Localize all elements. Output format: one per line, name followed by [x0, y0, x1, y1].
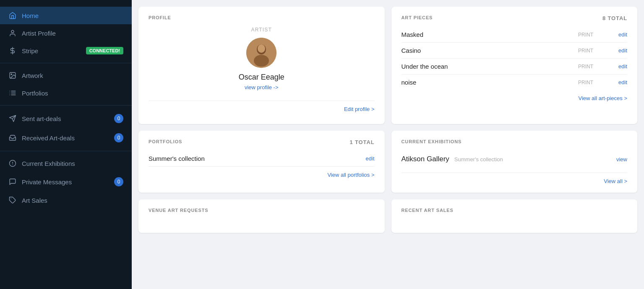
portfolio-edit[interactable]: edit — [366, 155, 375, 162]
art-piece-type: PRINT — [578, 64, 593, 70]
image-icon — [8, 72, 17, 79]
sidebar-item-private-messages[interactable]: Private Messages 0 — [0, 172, 132, 191]
art-piece-row: Masked PRINT edit — [402, 27, 628, 43]
received-deals-badge: 0 — [114, 133, 123, 142]
portfolio-row: Summer's collection edit — [149, 151, 375, 166]
art-piece-row: Under the ocean PRINT edit — [402, 59, 628, 75]
dollar-icon — [8, 47, 17, 54]
list-icon — [8, 89, 17, 97]
sidebar-item-artist-profile[interactable]: Artist Profile — [0, 24, 132, 42]
sidebar-item-label: Portfolios — [22, 90, 48, 97]
sidebar-item-received-art-deals[interactable]: Received Art-deals 0 — [0, 128, 132, 147]
art-piece-row: noise PRINT edit — [402, 75, 628, 90]
view-all-art-pieces-link[interactable]: View all art-pieces > — [402, 95, 628, 101]
exhibition-row: Atikson Gallery Summer's collection view — [402, 151, 628, 168]
profile-name: Oscar Eeagle — [239, 73, 284, 82]
exhibition-view[interactable]: view — [616, 156, 627, 163]
view-profile-link[interactable]: view profile -> — [245, 84, 279, 90]
sidebar-item-label: Artwork — [22, 72, 43, 79]
sidebar-item-portfolios[interactable]: Portfolios — [0, 84, 132, 102]
portfolios-section-title: PORTFOLIOS 1 total — [149, 139, 375, 144]
profile-card: PROFILE ARTIST Oscar Eeagle view profile… — [138, 7, 385, 124]
recent-sales-title: RECENT ART SALES — [402, 208, 628, 213]
view-all-exhibitions-link[interactable]: View all > — [402, 178, 628, 184]
venue-requests-card: VENUE ART REQUESTS — [138, 199, 385, 233]
art-piece-name: Casino — [402, 47, 579, 54]
art-piece-edit[interactable]: edit — [618, 31, 627, 38]
profile-info: ARTIST Oscar Eeagle view profile -> Edit… — [149, 27, 375, 116]
art-piece-edit[interactable]: edit — [618, 47, 627, 54]
art-piece-name: noise — [402, 79, 579, 86]
avatar — [246, 38, 276, 68]
sidebar-item-stripe[interactable]: Stripe CONNECTED! — [0, 42, 132, 59]
circle-icon — [8, 160, 17, 167]
art-piece-type: PRINT — [578, 48, 593, 54]
connected-badge: CONNECTED! — [86, 47, 123, 54]
view-all-portfolios-link[interactable]: View all portfolios > — [149, 172, 375, 178]
sidebar-item-label: Sent art-deals — [22, 115, 61, 122]
sidebar-item-home[interactable]: Home — [0, 7, 132, 24]
exhibition-gallery: Atikson Gallery — [402, 155, 449, 163]
exhibitions-section-title: CURRENT EXHIBITIONS — [402, 139, 628, 144]
edit-profile-link[interactable]: Edit profile > — [149, 106, 375, 112]
sent-deals-badge: 0 — [114, 114, 123, 123]
art-piece-name: Under the ocean — [402, 63, 579, 70]
sidebar-item-label: Stripe — [22, 47, 38, 54]
svg-point-18 — [254, 55, 269, 67]
main-content: PROFILE ARTIST Oscar Eeagle view profile… — [132, 0, 644, 289]
art-piece-row: Casino PRINT edit — [402, 43, 628, 59]
sidebar-item-label: Art Sales — [22, 197, 47, 204]
sidebar-item-sent-art-deals[interactable]: Sent art-deals 0 — [0, 109, 132, 128]
svg-point-19 — [258, 44, 265, 53]
sidebar-item-label: Private Messages — [22, 178, 72, 186]
sidebar-item-label: Home — [22, 12, 39, 19]
art-piece-name: Masked — [402, 31, 579, 38]
portfolio-name: Summer's collection — [149, 155, 366, 162]
art-piece-edit[interactable]: edit — [618, 63, 627, 70]
sidebar-item-label: Artist Profile — [22, 30, 56, 37]
recent-sales-card: RECENT ART SALES — [391, 199, 638, 233]
user-icon — [8, 29, 17, 37]
avatar-image — [246, 38, 276, 68]
messages-badge: 0 — [114, 177, 123, 186]
sidebar-item-label: Current Exhibitions — [22, 160, 75, 167]
artist-label: ARTIST — [251, 27, 272, 33]
sidebar-item-artwork[interactable]: Artwork — [0, 67, 132, 84]
venue-requests-title: VENUE ART REQUESTS — [149, 208, 375, 213]
svg-point-0 — [11, 30, 14, 33]
send-icon — [8, 115, 17, 122]
inbox-icon — [8, 134, 17, 142]
home-icon — [8, 12, 17, 19]
portfolios-total: 1 total — [349, 139, 374, 145]
art-piece-edit[interactable]: edit — [618, 79, 627, 85]
portfolios-card: PORTFOLIOS 1 total Summer's collection e… — [138, 131, 385, 193]
sidebar-item-current-exhibitions[interactable]: Current Exhibitions — [0, 155, 132, 172]
exhibitions-card: CURRENT EXHIBITIONS Atikson Gallery Summ… — [391, 131, 638, 193]
art-pieces-total: 8 total — [602, 15, 627, 21]
sidebar: Home Artist Profile Stripe CONNECTED! Ar… — [0, 0, 132, 289]
sidebar-item-art-sales[interactable]: Art Sales — [0, 191, 132, 209]
sidebar-item-label: Received Art-deals — [22, 134, 75, 142]
art-piece-type: PRINT — [578, 80, 593, 85]
profile-section-title: PROFILE — [149, 15, 375, 20]
message-icon — [8, 178, 17, 186]
svg-point-3 — [11, 74, 12, 75]
exhibition-collection: Summer's collection — [454, 156, 616, 163]
art-pieces-card: ART PIECES 8 total Masked PRINT edit Cas… — [391, 7, 638, 124]
art-pieces-list: Masked PRINT edit Casino PRINT edit Unde… — [402, 27, 628, 90]
art-pieces-section-title: ART PIECES 8 total — [402, 15, 628, 20]
tag-icon — [8, 196, 17, 204]
art-piece-type: PRINT — [578, 32, 593, 38]
